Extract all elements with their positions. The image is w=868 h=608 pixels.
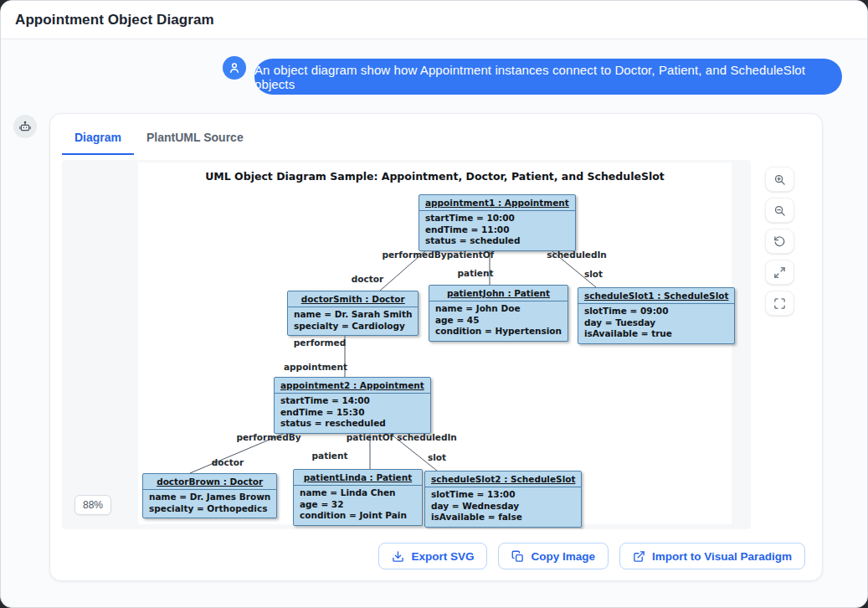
uml-object-title: patientJohn : Patient [429, 286, 568, 301]
uml-object-title: doctorBrown : Doctor [143, 474, 276, 490]
uml-object-attribute: name = John Doe [429, 303, 568, 315]
edge-label: scheduledIn [547, 250, 607, 260]
edge-label: patient [458, 268, 494, 278]
uml-object-attribute: startTime = 10:00 [419, 213, 575, 224]
uml-object-attribute: condition = Hypertension [429, 326, 568, 337]
chat-message-bubble: An object diagram show how Appointment i… [254, 59, 842, 95]
uml-object-appointment1: appointment1 : AppointmentstartTime = 10… [419, 194, 576, 251]
uml-object-scheduleSlot1: scheduleSlot1 : ScheduleSlotslotTime = 0… [578, 287, 735, 344]
download-icon [392, 550, 404, 563]
edge-label: performedBy [236, 432, 300, 442]
user-avatar [223, 56, 246, 80]
copy-image-label: Copy Image [531, 550, 595, 563]
uml-object-patientLinda: patientLinda : Patientname = Linda Chena… [293, 469, 423, 526]
uml-object-doctorBrown: doctorBrown : Doctorname = Dr. James Bro… [142, 473, 277, 518]
fit-view-icon [773, 297, 786, 310]
edge-label: patient [312, 451, 348, 461]
robot-icon [13, 115, 37, 138]
uml-object-attribute: endTime = 11:00 [419, 224, 575, 236]
uml-object-attribute: day = Wednesday [425, 501, 581, 513]
uml-object-appointment2: appointment2 : AppointmentstartTime = 14… [274, 377, 431, 434]
import-visual-paradigm-label: Import to Visual Paradigm [652, 550, 792, 563]
uml-object-attribute: endTime = 15:30 [275, 407, 430, 419]
uml-object-attribute: name = Dr. Sarah Smith [288, 309, 418, 321]
uml-object-attribute: slotTime = 13:00 [425, 489, 581, 501]
edge-label: performed [294, 337, 346, 348]
uml-object-attribute: slotTime = 09:00 [578, 306, 734, 317]
uml-object-title: appointment2 : Appointment [275, 378, 430, 394]
uml-object-attribute: specialty = Orthopedics [143, 503, 276, 515]
diagram-title: UML Object Diagram Sample: Appointment, … [138, 170, 732, 183]
uml-object-attribute: status = rescheduled [275, 418, 430, 430]
tab-bar: Diagram PlantUML Source [62, 122, 256, 155]
uml-object-attribute: startTime = 14:00 [275, 395, 430, 407]
uml-object-patientJohn: patientJohn : Patientname = John Doeage … [429, 285, 568, 342]
edge-label: patientOf [347, 432, 393, 442]
edge-label: slot [584, 269, 603, 279]
zoom-level-badge: 88% [74, 495, 111, 515]
edge-label: patientOf [447, 250, 494, 260]
uml-object-attribute: age = 45 [429, 315, 568, 327]
edge-label: scheduledIn [397, 432, 457, 442]
zoom-in-button[interactable] [765, 167, 794, 192]
edge-label: doctor [212, 457, 244, 467]
app-window: Appointment Object Diagram An object dia… [0, 0, 868, 608]
copy-image-button[interactable]: Copy Image [498, 543, 609, 569]
diagram-panel: Diagram PlantUML Source UML Object Diagr… [49, 113, 823, 581]
uml-object-attribute: day = Tuesday [578, 317, 734, 329]
action-toolbar: Export SVG Copy Image Import to Visual P… [378, 543, 805, 569]
uml-object-title: scheduleSlot1 : ScheduleSlot [578, 288, 734, 304]
reset-view-icon [773, 235, 786, 248]
expand-button[interactable] [765, 260, 794, 285]
export-svg-label: Export SVG [411, 550, 474, 563]
uml-object-attribute: age = 32 [294, 499, 422, 511]
uml-object-attribute: status = scheduled [419, 235, 575, 247]
app-header: Appointment Object Diagram [1, 1, 867, 39]
uml-object-title: scheduleSlot2 : ScheduleSlot [425, 471, 581, 487]
zoom-out-icon [773, 204, 786, 217]
zoom-in-icon [773, 173, 786, 186]
external-link-icon [633, 550, 645, 563]
uml-object-doctorSmith: doctorSmith : Doctorname = Dr. Sarah Smi… [287, 291, 419, 336]
edge-label: slot [428, 452, 446, 462]
user-icon [228, 61, 241, 75]
diagram-canvas[interactable]: UML Object Diagram Sample: Appointment, … [62, 160, 751, 529]
tab-diagram[interactable]: Diagram [62, 122, 134, 155]
diagram-surface: UML Object Diagram Sample: Appointment, … [138, 162, 732, 524]
edge-label: appointment [284, 362, 347, 372]
uml-object-attribute: name = Dr. James Brown [143, 492, 276, 503]
uml-object-title: doctorSmith : Doctor [288, 291, 418, 307]
uml-object-title: appointment1 : Appointment [419, 195, 575, 211]
copy-icon [511, 550, 524, 563]
edge-label: performedBy [382, 250, 446, 260]
uml-object-title: patientLinda : Patient [294, 470, 422, 486]
zoom-out-button[interactable] [765, 198, 794, 223]
uml-object-scheduleSlot2: scheduleSlot2 : ScheduleSlotslotTime = 1… [424, 471, 582, 528]
uml-object-attribute: specialty = Cardiology [288, 321, 418, 332]
reset-view-button[interactable] [765, 229, 794, 254]
page-title: Appointment Object Diagram [15, 12, 214, 28]
uml-object-attribute: name = Linda Chen [294, 487, 422, 499]
uml-object-attribute: condition = Joint Pain [294, 510, 422, 522]
import-visual-paradigm-button[interactable]: Import to Visual Paradigm [619, 543, 805, 569]
edge-label: doctor [352, 274, 383, 284]
zoom-controls [765, 167, 794, 316]
uml-object-attribute: isAvailable = false [425, 512, 581, 523]
uml-object-attribute: isAvailable = true [578, 328, 734, 340]
tab-plantuml-source[interactable]: PlantUML Source [134, 122, 256, 155]
export-svg-button[interactable]: Export SVG [378, 543, 487, 569]
expand-icon [773, 266, 786, 279]
fit-view-button[interactable] [765, 291, 794, 316]
